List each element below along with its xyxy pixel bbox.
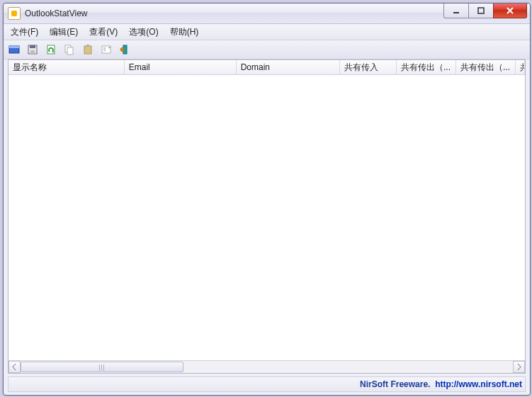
- open-icon: [9, 44, 20, 55]
- svg-rect-12: [102, 46, 111, 53]
- scroll-left-button[interactable]: [9, 361, 21, 373]
- refresh-icon: [45, 44, 57, 55]
- column-incoming[interactable]: 共有传入: [340, 60, 397, 74]
- titlebar[interactable]: OutlookStatView: [4, 4, 530, 24]
- window-title: OutlookStatView: [25, 8, 88, 18]
- status-bar: NirSoft Freeware. http://www.nirsoft.net: [8, 376, 526, 392]
- chevron-right-icon: [516, 364, 521, 370]
- svg-rect-6: [30, 50, 35, 54]
- svg-rect-14: [103, 50, 106, 51]
- chevron-left-icon: [12, 364, 17, 370]
- menu-edit[interactable]: 编辑(E): [44, 25, 84, 39]
- svg-rect-5: [30, 45, 35, 48]
- menu-help[interactable]: 帮助(H): [164, 25, 205, 39]
- column-tail[interactable]: 共: [516, 60, 525, 74]
- svg-rect-0: [453, 12, 459, 13]
- scroll-right-button[interactable]: [513, 361, 525, 373]
- svg-rect-1: [478, 8, 484, 13]
- save-button[interactable]: [24, 41, 41, 58]
- svg-rect-3: [9, 46, 19, 48]
- menu-options[interactable]: 选项(O): [123, 25, 164, 39]
- maximize-icon: [477, 7, 485, 14]
- column-domain[interactable]: Domain: [237, 60, 340, 74]
- list-view: 显示名称 Email Domain 共有传入 共有传出（... 共有传出（...…: [8, 59, 526, 374]
- properties-icon: [101, 44, 112, 55]
- app-icon: [8, 7, 21, 20]
- list-body[interactable]: [9, 75, 525, 360]
- status-url-link[interactable]: http://www.nirsoft.net: [435, 379, 522, 389]
- close-icon: [506, 7, 514, 14]
- svg-rect-11: [86, 45, 89, 47]
- paste-button[interactable]: [79, 41, 96, 58]
- column-display-name[interactable]: 显示名称: [9, 60, 125, 74]
- copy-button[interactable]: [61, 41, 78, 58]
- menu-bar: 文件(F) 编辑(E) 查看(V) 选项(O) 帮助(H): [4, 24, 530, 40]
- svg-rect-9: [67, 47, 73, 54]
- copy-icon: [64, 44, 75, 55]
- column-outgoing-cc[interactable]: 共有传出（...: [456, 60, 516, 74]
- svg-rect-10: [84, 46, 91, 54]
- minimize-button[interactable]: [443, 4, 469, 18]
- column-header-row: 显示名称 Email Domain 共有传入 共有传出（... 共有传出（...…: [9, 60, 525, 75]
- window-controls: [444, 4, 527, 18]
- status-vendor: NirSoft Freeware.: [360, 379, 430, 389]
- svg-rect-13: [103, 47, 106, 49]
- scroll-thumb[interactable]: [21, 362, 183, 372]
- column-email[interactable]: Email: [125, 60, 237, 74]
- save-icon: [27, 44, 38, 55]
- close-button[interactable]: [493, 4, 527, 18]
- paste-icon: [82, 44, 94, 55]
- maximize-button[interactable]: [468, 4, 494, 18]
- properties-button[interactable]: [98, 41, 115, 58]
- exit-icon: [119, 44, 130, 55]
- horizontal-scrollbar[interactable]: [9, 360, 525, 373]
- toolbar: [4, 40, 530, 59]
- open-button[interactable]: [6, 41, 23, 58]
- minimize-icon: [453, 7, 460, 14]
- exit-button[interactable]: [116, 41, 133, 58]
- refresh-button[interactable]: [43, 41, 60, 58]
- menu-file[interactable]: 文件(F): [5, 25, 44, 39]
- column-outgoing-to[interactable]: 共有传出（...: [397, 60, 456, 74]
- scroll-track[interactable]: [21, 362, 513, 372]
- application-window: OutlookStatView 文件(F) 编辑(E) 查看(V) 选项(O) …: [3, 3, 531, 396]
- menu-view[interactable]: 查看(V): [84, 25, 123, 39]
